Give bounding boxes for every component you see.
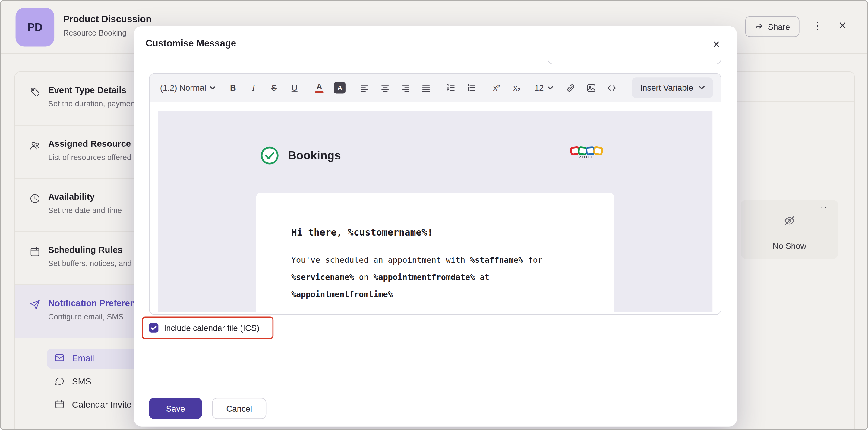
sidebar-item-title: Availability xyxy=(48,192,95,202)
sidebar-subitem-label: Email xyxy=(72,354,94,363)
include-ics-label: Include calendar file (ICS) xyxy=(164,323,259,332)
modal-title: Customise Message xyxy=(146,38,236,49)
calendar-invite-icon xyxy=(54,399,65,411)
bullet-list-button[interactable] xyxy=(461,79,482,97)
zoho-logo: ZOHO xyxy=(565,147,608,159)
rich-text-editor: (1.2) Normal B I S U A A xyxy=(149,73,721,315)
customise-message-modal: Customise Message ✕ (1.2) Normal B I S U… xyxy=(134,26,737,426)
bookings-logo-icon xyxy=(259,144,281,166)
italic-button[interactable]: I xyxy=(243,79,264,97)
chevron-down-icon xyxy=(699,86,705,90)
stage: PD Product Discussion Resource Booking S… xyxy=(1,1,868,430)
text-color-button[interactable]: A xyxy=(309,79,330,97)
sidebar-item-subtitle: List of resources offered xyxy=(48,153,131,162)
superscript-button[interactable]: x² xyxy=(486,79,507,97)
eye-off-icon xyxy=(783,214,796,230)
mail-icon xyxy=(54,352,65,365)
brand-row: Bookings xyxy=(259,144,341,166)
underline-button[interactable]: U xyxy=(284,79,305,97)
brand-name: Bookings xyxy=(288,149,341,162)
clock-icon xyxy=(29,193,40,204)
highlight-color-button[interactable]: A xyxy=(330,79,350,97)
ordered-list-icon xyxy=(446,83,456,93)
sidebar-item-title: Scheduling Rules xyxy=(48,245,122,255)
align-justify-icon xyxy=(422,83,431,93)
sidebar-subitem-label: SMS xyxy=(72,377,91,387)
screen: PD Product Discussion Resource Booking S… xyxy=(0,0,868,430)
insert-variable-button[interactable]: Insert Variable xyxy=(632,77,713,98)
sidebar-item-title: Event Type Details xyxy=(48,85,126,95)
font-size-value: 12 xyxy=(534,83,544,93)
zoho-logo-boxes xyxy=(565,147,608,155)
subscript-button[interactable]: x₂ xyxy=(507,79,527,97)
calendar-icon xyxy=(29,246,40,257)
no-show-label: No Show xyxy=(741,241,838,251)
font-size-select[interactable]: 12 xyxy=(531,83,556,93)
strikethrough-button[interactable]: S xyxy=(264,79,284,97)
align-justify-button[interactable] xyxy=(416,79,437,97)
sidebar-item-subtitle: Set the date and time xyxy=(48,206,122,214)
ellipsis-menu-icon[interactable]: ··· xyxy=(820,202,831,212)
variable-servicename: %servicename% xyxy=(291,273,354,282)
source-code-button[interactable] xyxy=(601,79,622,97)
text-color-letter: A xyxy=(316,83,322,90)
paragraph-format-value: (1.2) Normal xyxy=(160,83,206,93)
image-icon xyxy=(586,83,596,93)
variable-staffname: %staffname% xyxy=(470,256,523,264)
sidebar-item-subtitle: Set the duration, payment xyxy=(48,99,137,108)
text-color-swatch xyxy=(315,91,324,93)
align-right-icon xyxy=(401,83,410,93)
link-button[interactable] xyxy=(560,79,581,97)
align-left-button[interactable] xyxy=(354,79,375,97)
align-left-icon xyxy=(360,83,369,93)
email-message-card: Hi there, %customername%! You've schedul… xyxy=(256,193,615,312)
sidebar-item-title: Assigned Resource xyxy=(48,139,131,149)
no-show-card[interactable]: ··· No Show xyxy=(741,200,838,259)
bold-button[interactable]: B xyxy=(223,79,243,97)
include-ics-checkbox[interactable] xyxy=(149,323,158,332)
paragraph-format-select[interactable]: (1.2) Normal xyxy=(157,83,219,93)
highlight-color-letter: A xyxy=(334,82,346,94)
insert-variable-label: Insert Variable xyxy=(640,83,693,93)
zoho-logo-text: ZOHO xyxy=(565,156,608,159)
checkmark-icon xyxy=(151,325,157,331)
ics-annotation-box: Include calendar file (ICS) xyxy=(142,317,274,339)
editor-toolbar: (1.2) Normal B I S U A A xyxy=(150,73,721,102)
email-body-text: You've scheduled an appointment with %st… xyxy=(291,252,579,303)
ordered-list-button[interactable] xyxy=(441,79,461,97)
align-center-button[interactable] xyxy=(375,79,396,97)
sidebar-item-subtitle: Configure email, SMS xyxy=(48,312,124,321)
save-button[interactable]: Save xyxy=(149,398,202,419)
sidebar-subitem-label: Calendar Invite xyxy=(72,400,132,410)
email-preview-body[interactable]: Bookings ZOHO Hi there, %customername%! … xyxy=(158,111,712,312)
page-title: Product Discussion xyxy=(63,14,151,25)
email-greeting: Hi there, %customername%! xyxy=(291,227,579,238)
cancel-button[interactable]: Cancel xyxy=(212,398,266,419)
chevron-down-icon xyxy=(210,86,216,90)
bullet-list-icon xyxy=(467,83,476,93)
link-icon xyxy=(566,83,576,93)
tag-icon xyxy=(29,87,40,98)
sidebar-item-subtitle: Set buffers, notices, and xyxy=(48,259,132,268)
share-icon xyxy=(755,22,764,31)
image-button[interactable] xyxy=(581,79,601,97)
align-right-button[interactable] xyxy=(396,79,416,97)
kebab-menu-icon[interactable]: ⋮ xyxy=(812,19,824,32)
share-label: Share xyxy=(768,22,790,31)
variable-appointmentfromtime: %appointmentfromtime% xyxy=(291,290,393,299)
variable-appointmentfromdate: %appointmentfromdate% xyxy=(373,273,475,282)
users-icon xyxy=(29,140,40,151)
send-icon xyxy=(29,299,40,310)
code-icon xyxy=(607,83,617,93)
align-center-icon xyxy=(380,83,390,93)
avatar: PD xyxy=(16,8,55,47)
window-close-icon[interactable]: ✕ xyxy=(837,19,849,31)
chevron-down-icon xyxy=(548,86,553,90)
share-button[interactable]: Share xyxy=(745,16,800,37)
subject-input-cropped[interactable] xyxy=(548,49,721,64)
chat-bubble-icon xyxy=(54,375,65,388)
